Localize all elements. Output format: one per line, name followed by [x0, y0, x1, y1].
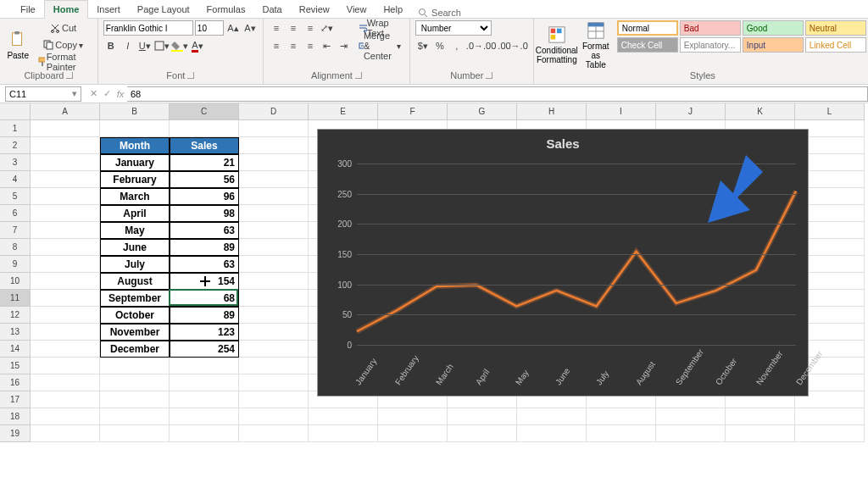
col-header-L[interactable]: L [795, 103, 865, 120]
cell-D16[interactable] [239, 374, 309, 391]
align-center-button[interactable]: ≡ [286, 38, 301, 53]
cell-E19[interactable] [309, 425, 378, 442]
percent-button[interactable]: % [432, 38, 448, 53]
cell-C5[interactable]: 96 [170, 188, 239, 205]
col-header-G[interactable]: G [448, 103, 517, 120]
style-input[interactable]: Input [743, 37, 804, 53]
cell-D6[interactable] [239, 205, 309, 222]
cell-D13[interactable] [239, 324, 309, 341]
formula-input[interactable]: 68 [127, 86, 868, 102]
cancel-fx-icon[interactable]: ✕ [86, 88, 100, 99]
tab-file[interactable]: File [12, 1, 44, 18]
col-header-K[interactable]: K [726, 103, 795, 120]
cell-B16[interactable] [100, 374, 170, 391]
accounting-button[interactable]: $▾ [415, 38, 431, 53]
copy-button[interactable]: Copy ▾ [34, 37, 92, 53]
orientation-button[interactable]: ⤢▾ [320, 20, 335, 36]
cell-C4[interactable]: 56 [170, 171, 239, 188]
row-header-7[interactable]: 7 [0, 222, 31, 239]
paste-button[interactable]: Paste [5, 20, 31, 69]
cell-H18[interactable] [517, 408, 587, 425]
cell-A8[interactable] [31, 239, 100, 256]
align-bottom-button[interactable]: ≡ [303, 20, 318, 36]
cell-B14[interactable]: December [100, 341, 170, 358]
cell-H19[interactable] [517, 425, 587, 442]
cut-button[interactable]: Cut [34, 20, 92, 36]
row-header-4[interactable]: 4 [0, 171, 31, 188]
cell-I18[interactable] [587, 408, 656, 425]
cell-B2[interactable]: Month [100, 137, 170, 154]
cell-A11[interactable] [31, 290, 100, 307]
bold-button[interactable]: B [103, 38, 119, 53]
tab-insert[interactable]: Insert [88, 1, 129, 18]
col-header-B[interactable]: B [100, 103, 170, 120]
cell-D17[interactable] [239, 391, 309, 408]
cell-D5[interactable] [239, 188, 309, 205]
cell-C18[interactable] [170, 408, 239, 425]
cell-B19[interactable] [100, 425, 170, 442]
row-header-5[interactable]: 5 [0, 188, 31, 205]
col-header-A[interactable]: A [31, 103, 100, 120]
row-header-3[interactable]: 3 [0, 154, 31, 171]
cell-G19[interactable] [448, 425, 517, 442]
cell-C6[interactable]: 98 [170, 205, 239, 222]
alignment-launcher[interactable] [355, 72, 362, 79]
cell-B6[interactable]: April [100, 205, 170, 222]
format-painter-button[interactable]: Format Painter [34, 54, 92, 69]
cell-D15[interactable] [239, 358, 309, 374]
cell-A3[interactable] [31, 154, 100, 171]
cell-C2[interactable]: Sales [170, 137, 239, 154]
cell-D11[interactable] [239, 290, 309, 307]
cell-A18[interactable] [31, 408, 100, 425]
cell-B13[interactable]: November [100, 324, 170, 341]
row-header-17[interactable]: 17 [0, 391, 31, 408]
tab-formulas[interactable]: Formulas [198, 1, 254, 18]
cell-B1[interactable] [100, 120, 170, 137]
number-format-combo[interactable]: Number [415, 20, 492, 36]
dec-decimal-button[interactable]: .00→.0 [498, 38, 527, 53]
cell-A14[interactable] [31, 341, 100, 358]
cell-I19[interactable] [587, 425, 656, 442]
style-neutral[interactable]: Neutral [805, 20, 866, 36]
tab-page-layout[interactable]: Page Layout [129, 1, 198, 18]
cell-K19[interactable] [726, 425, 795, 442]
cell-F18[interactable] [378, 408, 448, 425]
cell-A10[interactable] [31, 273, 100, 290]
cell-D14[interactable] [239, 341, 309, 358]
cell-L18[interactable] [795, 408, 865, 425]
row-header-9[interactable]: 9 [0, 256, 31, 273]
align-middle-button[interactable]: ≡ [286, 20, 301, 36]
row-header-13[interactable]: 13 [0, 324, 31, 341]
font-name-combo[interactable] [103, 20, 193, 36]
inc-decimal-button[interactable]: .0→.00 [466, 38, 496, 53]
style-explanatory[interactable]: Explanatory... [680, 37, 741, 53]
col-header-E[interactable]: E [309, 103, 378, 120]
style-checkcell[interactable]: Check Cell [617, 37, 678, 53]
row-header-12[interactable]: 12 [0, 307, 31, 324]
enter-fx-icon[interactable]: ✓ [100, 88, 114, 99]
cell-C11[interactable]: 68 [170, 290, 239, 307]
cell-A4[interactable] [31, 171, 100, 188]
col-header-H[interactable]: H [517, 103, 587, 120]
fill-color-button[interactable]: ▾ [171, 38, 188, 53]
cell-B9[interactable]: July [100, 256, 170, 273]
style-linkedcell[interactable]: Linked Cell [805, 37, 866, 53]
embedded-chart[interactable]: Sales 050100150200250300JanuaryFebruaryM… [317, 129, 809, 396]
cell-styles-gallery[interactable]: NormalBadGoodNeutralCheck CellExplanator… [617, 20, 866, 53]
cell-D18[interactable] [239, 408, 309, 425]
name-box[interactable]: C11▾ [5, 86, 81, 102]
cell-F19[interactable] [378, 425, 448, 442]
row-header-19[interactable]: 19 [0, 425, 31, 442]
col-header-F[interactable]: F [378, 103, 448, 120]
tab-review[interactable]: Review [291, 1, 338, 18]
align-right-button[interactable]: ≡ [303, 38, 318, 53]
underline-button[interactable]: U ▾ [137, 38, 153, 53]
cell-B12[interactable]: October [100, 307, 170, 324]
cell-B11[interactable]: September [100, 290, 170, 307]
cell-D1[interactable] [239, 120, 309, 137]
cell-A16[interactable] [31, 374, 100, 391]
cell-A5[interactable] [31, 188, 100, 205]
cell-A6[interactable] [31, 205, 100, 222]
cell-B15[interactable] [100, 358, 170, 374]
row-header-6[interactable]: 6 [0, 205, 31, 222]
